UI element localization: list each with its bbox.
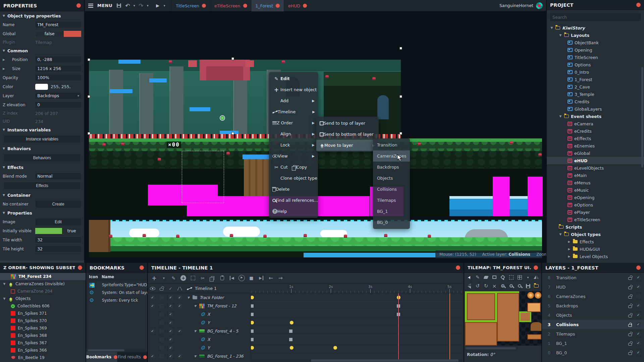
toolbar-button[interactable] <box>499 274 506 281</box>
toolbar-button[interactable] <box>160 274 168 282</box>
lock-icon[interactable] <box>628 315 632 317</box>
color-swatch[interactable] <box>35 84 48 90</box>
context-menu-item[interactable]: Delete ▶ <box>269 184 318 195</box>
layer-submenu-item[interactable]: Transition <box>373 139 410 150</box>
preview-button[interactable] <box>153 1 162 10</box>
tree-item[interactable]: ▼▶ TitleScreen <box>547 54 644 61</box>
timeline-lanes[interactable] <box>251 293 464 359</box>
tile-width-field[interactable]: 32 <box>35 236 82 243</box>
timeline-track-row[interactable]: ✓ ▼ X <box>148 310 251 318</box>
collapse-arrow-icon[interactable]: ▶ <box>568 255 571 258</box>
bookmark-row[interactable]: Spritefonts:Type="HUD_Bee <box>87 281 147 289</box>
submenu-item[interactable]: Send to bottom of layer ▶ <box>316 129 379 140</box>
toolbar-button[interactable] <box>533 282 540 290</box>
selection-handle[interactable] <box>231 132 234 135</box>
tree-item[interactable]: ▼▶ eEffects <box>547 135 644 142</box>
layer-dropdown[interactable]: Backdrops▾ <box>35 92 82 99</box>
tab-close-dot[interactable] <box>143 355 147 359</box>
keyframe-marker[interactable] <box>251 338 254 341</box>
document-tab[interactable]: 1_Forest <box>251 0 284 11</box>
panel-tab[interactable]: Bookmarks <box>86 352 118 362</box>
keyframe-marker[interactable] <box>290 321 293 324</box>
tree-item[interactable]: ▼▶ ObjectBank <box>547 39 644 46</box>
interpolation-checkbox[interactable]: ✓ <box>177 329 182 334</box>
tree-item[interactable]: ▼▶ eCamera <box>547 120 644 127</box>
panel-tab[interactable]: Find results <box>118 352 147 362</box>
initially-visible-toggle[interactable]: true <box>35 228 82 234</box>
layer-row[interactable]: 6 CameraZones <box>542 292 644 301</box>
size-field[interactable]: 1216 x 256 <box>35 65 82 72</box>
section-effects[interactable]: ▼Effects <box>0 163 84 172</box>
lock-icon[interactable] <box>628 277 632 280</box>
timeline-track-row[interactable]: ✓ ✓ ✓ ▼ BG_Forest_4 - 5 <box>148 327 251 335</box>
tree-item[interactable]: ▼▶ eOptions <box>547 201 644 208</box>
bookmark-row[interactable]: System: On start of layout <box>87 289 147 296</box>
submenu-item[interactable]: Send to top of layer ▶ <box>316 118 379 129</box>
lock-checkbox[interactable] <box>159 337 164 342</box>
document-tab[interactable]: eTitleScreen <box>210 0 251 11</box>
tab-close-dot[interactable] <box>114 355 117 359</box>
toolbar-button[interactable] <box>466 282 473 290</box>
context-menu-item[interactable]: Insert new object ▶ <box>269 84 318 95</box>
context-menu-item[interactable]: Align ▶ <box>269 128 318 139</box>
zorder-item[interactable]: ▼ CameraZones (Invisible) <box>0 280 86 288</box>
global-toggle[interactable]: false <box>35 31 82 37</box>
effects-button[interactable]: Effects <box>3 182 81 190</box>
keyframe-marker[interactable] <box>290 346 293 350</box>
toolbar-button[interactable] <box>516 282 523 290</box>
layer-visibility-checkbox[interactable]: ✓ <box>636 322 641 327</box>
layer-row[interactable]: 3 Collisions ✓ <box>542 320 644 329</box>
selection-handle[interactable] <box>88 95 90 98</box>
toolbar-button[interactable] <box>237 274 246 282</box>
lock-icon[interactable] <box>628 334 632 336</box>
instance-variables-button[interactable]: Instance variables <box>3 135 81 143</box>
layer-row[interactable]: 7 HUD ✓ <box>542 282 644 292</box>
expand-arrow-icon[interactable]: ▼ <box>559 34 562 37</box>
toolbar-button[interactable] <box>533 274 540 281</box>
expand-arrow-icon[interactable]: ▼ <box>3 282 6 286</box>
tree-item[interactable]: ▼▶ Object types <box>547 231 644 238</box>
context-menu-item[interactable]: Timeline ▶ <box>269 106 318 117</box>
expand-arrow-icon[interactable]: ▼ <box>194 329 197 333</box>
toolbar-button[interactable] <box>482 282 490 290</box>
layer-submenu-item[interactable]: BG_1 <box>373 206 410 217</box>
timeline-track-row[interactable]: ✓ ✓ ✓ ▼ Track Folder <box>148 293 251 302</box>
selection-handle[interactable] <box>399 132 402 135</box>
name-field[interactable]: TM_Forest <box>35 21 82 28</box>
submenu-item[interactable]: Move to layer ▶ <box>316 140 379 151</box>
behaviors-button[interactable]: Behaviors <box>3 154 81 162</box>
tree-item[interactable]: ▼▶ 3_Temple <box>547 90 644 98</box>
collapse-arrow-icon[interactable]: ▶ <box>568 240 571 243</box>
selection-handle[interactable] <box>399 95 402 98</box>
lock-icon[interactable] <box>628 296 632 299</box>
timeline-track-row[interactable]: ✓ ▼ Y <box>148 344 251 352</box>
position-field[interactable]: 0, -288 <box>35 56 82 63</box>
section-behaviors[interactable]: ▼Behaviors <box>0 144 84 153</box>
user-area[interactable]: SanguineHornet <box>499 2 546 9</box>
tab-close-dot[interactable] <box>276 4 280 8</box>
keyframe-marker[interactable] <box>289 329 292 333</box>
toolbar-button[interactable] <box>516 274 523 281</box>
expand-arrow-icon[interactable]: ▼ <box>194 355 197 358</box>
layer-row[interactable]: 8 Transition ✓ <box>542 273 644 282</box>
toolbar-button[interactable] <box>474 274 481 281</box>
tree-item[interactable]: ▼▶ Level Objects <box>547 253 644 260</box>
toolbar-button[interactable] <box>491 282 498 290</box>
tree-item[interactable]: ▼▶ eHUD <box>547 157 644 164</box>
tree-item[interactable]: ▼▶ eCredits <box>547 127 644 135</box>
enable-checkbox[interactable]: ✓ <box>168 304 173 308</box>
toolbar-button[interactable] <box>257 274 265 282</box>
lock-checkbox[interactable] <box>159 354 164 359</box>
horizontal-scrollbar[interactable] <box>0 260 84 263</box>
tree-item[interactable]: ▼▶ eMenus <box>547 179 644 186</box>
layer-visibility-checkbox[interactable]: ✓ <box>636 350 641 355</box>
layer-submenu-item[interactable]: BG_0 <box>373 217 410 228</box>
visibility-checkbox[interactable]: ✓ <box>150 295 155 300</box>
toolbar-button[interactable] <box>169 274 178 282</box>
timeline-track-row[interactable]: ✓ ✓ ✓ ▼ BG_Forest_1 - 236 <box>148 352 251 360</box>
tree-item[interactable]: ▼▶ 1_Forest <box>547 76 644 83</box>
save-button[interactable] <box>114 1 123 10</box>
horizontal-scrollbar[interactable] <box>466 347 516 349</box>
tile-height-field[interactable]: 32 <box>35 245 82 252</box>
toolbar-button[interactable] <box>218 274 226 282</box>
